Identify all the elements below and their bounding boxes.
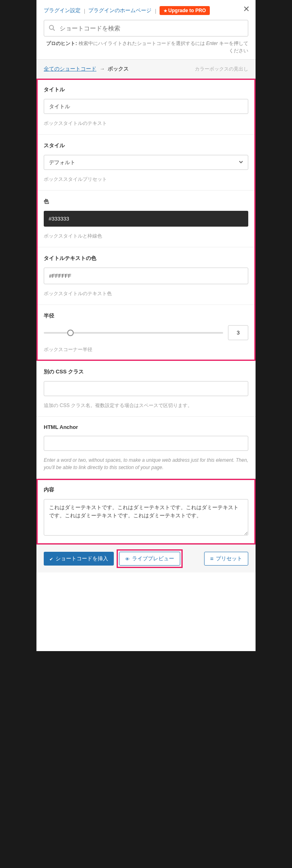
title-help: ボックスタイトルのテキスト bbox=[44, 120, 248, 127]
field-anchor: HTML Anchor Enter a word or two, without… bbox=[36, 417, 256, 479]
css-class-label: 別の CSS クラス bbox=[44, 368, 248, 375]
breadcrumb-subtitle: カラーボックスの見出し bbox=[195, 66, 248, 73]
radius-slider[interactable] bbox=[44, 332, 223, 334]
radius-help: ボックスコーナー半径 bbox=[44, 346, 248, 353]
insert-button-label: ショートコードを挿入 bbox=[55, 555, 108, 562]
title-color-picker[interactable]: #FFFFFF bbox=[44, 268, 248, 284]
modal-header: プラグイン設定 | プラグインのホームページ | Upgrade to PRO … bbox=[36, 0, 256, 59]
svg-line-1 bbox=[53, 29, 55, 30]
breadcrumb-all-link[interactable]: 全てのショートコード bbox=[44, 66, 96, 72]
radius-value-input[interactable] bbox=[228, 325, 248, 340]
header-links: プラグイン設定 | プラグインのホームページ | Upgrade to PRO bbox=[44, 6, 248, 15]
highlighted-block-1: タイトル ボックスタイトルのテキスト スタイル デフォルト ボックススタイルプリ… bbox=[36, 79, 256, 361]
title-color-label: タイトルテキストの色 bbox=[44, 255, 248, 262]
field-title-color: タイトルテキストの色 #FFFFFF ボックスタイトルのテキスト色 bbox=[36, 247, 256, 305]
preview-button-label: ライブプレビュー bbox=[132, 555, 174, 562]
style-help: ボックススタイルプリセット bbox=[44, 176, 248, 183]
check-icon bbox=[49, 556, 53, 562]
color-picker[interactable]: #333333 bbox=[44, 211, 248, 227]
radius-slider-row bbox=[44, 325, 248, 340]
style-label: スタイル bbox=[44, 142, 248, 149]
plugin-settings-link[interactable]: プラグイン設定 bbox=[44, 7, 81, 14]
separator: | bbox=[155, 8, 156, 14]
preview-highlight: ライブプレビュー bbox=[118, 551, 181, 567]
radius-label: 半径 bbox=[44, 312, 248, 319]
insert-button[interactable]: ショートコードを挿入 bbox=[44, 552, 114, 566]
menu-icon bbox=[210, 555, 213, 562]
title-input[interactable] bbox=[44, 99, 248, 114]
slider-thumb[interactable] bbox=[67, 330, 74, 336]
field-style: スタイル デフォルト ボックススタイルプリセット bbox=[36, 135, 256, 191]
plugin-homepage-link[interactable]: プラグインのホームページ bbox=[88, 7, 151, 14]
content-label: 内容 bbox=[44, 486, 248, 493]
field-title: タイトル ボックスタイトルのテキスト bbox=[36, 79, 256, 135]
title-color-help: ボックスタイトルのテキスト色 bbox=[44, 290, 248, 297]
search-hint: プロのヒント: 検索中にハイライトされたショートコードを選択するには Enter… bbox=[44, 40, 248, 54]
shortcode-modal: ✕ プラグイン設定 | プラグインのホームページ | Upgrade to PR… bbox=[36, 0, 256, 651]
field-css-class: 別の CSS クラス 追加の CSS クラス名。複数設定する場合はスペースで区切… bbox=[36, 361, 256, 417]
style-select[interactable]: デフォルト bbox=[44, 155, 248, 170]
separator: | bbox=[84, 8, 85, 14]
svg-point-0 bbox=[49, 25, 53, 29]
field-color: 色 #333333 ボックスタイトルと枠線色 bbox=[36, 191, 256, 247]
css-class-help: 追加の CSS クラス名。複数設定する場合はスペースで区切ります。 bbox=[44, 402, 248, 409]
preview-button[interactable]: ライブプレビュー bbox=[119, 552, 180, 566]
preset-button[interactable]: プリセット bbox=[204, 552, 248, 566]
title-label: タイトル bbox=[44, 86, 248, 93]
form-area: タイトル ボックスタイトルのテキスト スタイル デフォルト ボックススタイルプリ… bbox=[36, 79, 256, 544]
breadcrumb-bar: 全てのショートコード → ボックス カラーボックスの見出し bbox=[36, 59, 256, 79]
search-container bbox=[44, 20, 248, 36]
field-radius: 半径 ボックスコーナー半径 bbox=[36, 305, 256, 361]
preset-button-label: プリセット bbox=[216, 555, 242, 562]
upgrade-button[interactable]: Upgrade to PRO bbox=[160, 6, 210, 15]
color-label: 色 bbox=[44, 198, 248, 205]
modal-footer: ショートコードを挿入 ライブプレビュー プリセット bbox=[36, 544, 256, 572]
content-textarea[interactable]: これはダミーテキストです。これはダミーテキストです。これはダミーテキストです。こ… bbox=[44, 499, 248, 536]
close-button[interactable]: ✕ bbox=[243, 4, 250, 14]
eye-icon bbox=[125, 556, 130, 562]
search-input[interactable] bbox=[44, 20, 248, 36]
search-icon bbox=[49, 24, 55, 32]
breadcrumb: 全てのショートコード → ボックス bbox=[44, 65, 129, 73]
field-content: 内容 これはダミーテキストです。これはダミーテキストです。これはダミーテキストで… bbox=[36, 479, 256, 544]
breadcrumb-current: ボックス bbox=[108, 66, 129, 72]
breadcrumb-arrow: → bbox=[100, 66, 105, 72]
color-help: ボックスタイトルと枠線色 bbox=[44, 232, 248, 240]
anchor-input[interactable] bbox=[44, 436, 248, 451]
css-class-input[interactable] bbox=[44, 381, 248, 396]
anchor-help: Enter a word or two, without spaces, to … bbox=[44, 457, 248, 471]
anchor-label: HTML Anchor bbox=[44, 424, 248, 430]
hint-prefix: プロのヒント: bbox=[46, 41, 77, 46]
style-select-wrap: デフォルト bbox=[44, 155, 248, 170]
